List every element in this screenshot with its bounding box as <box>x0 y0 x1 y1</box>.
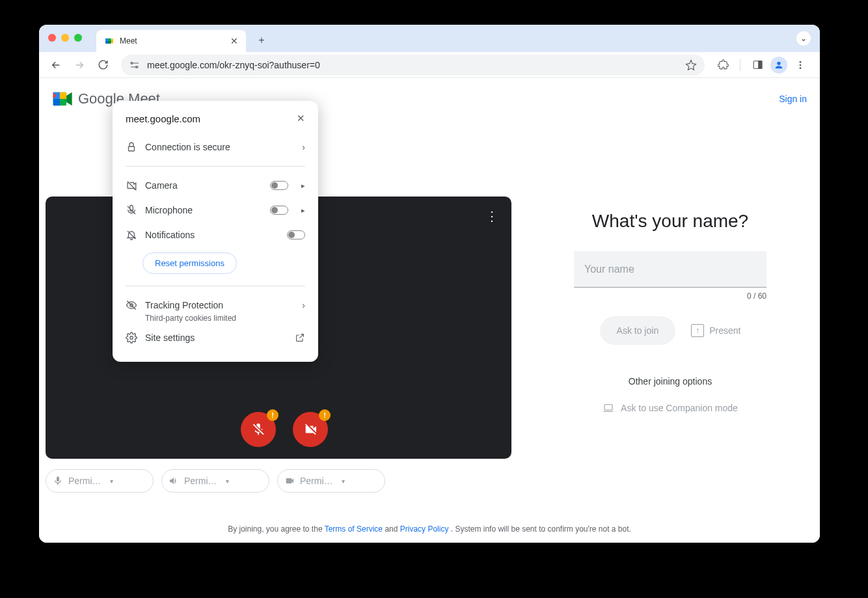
tab-title: Meet <box>120 36 225 46</box>
site-settings-row[interactable]: Site settings <box>126 323 305 350</box>
perm-label: Notifications <box>145 230 195 240</box>
svg-rect-1 <box>105 38 108 41</box>
svg-point-14 <box>800 64 802 66</box>
chip-text: Permission needed <box>68 476 105 486</box>
name-prompt-title: What's your name? <box>521 211 820 232</box>
tabs-dropdown-icon[interactable]: ⌄ <box>796 31 811 46</box>
back-button[interactable] <box>46 55 66 75</box>
meet-favicon-icon <box>104 36 115 46</box>
ask-to-join-button[interactable]: Ask to join <box>600 316 676 345</box>
chevron-right-icon: › <box>302 142 305 152</box>
url-text: meet.google.com/okr-znyq-soi?authuser=0 <box>147 60 679 70</box>
popup-domain: meet.google.com <box>126 113 200 124</box>
camera-off-icon <box>303 422 318 437</box>
mic-icon <box>53 476 63 486</box>
chevron-right-icon: › <box>302 300 305 310</box>
side-panel-icon[interactable] <box>747 55 768 75</box>
notifications-permission-row[interactable]: Notifications <box>126 223 305 247</box>
legal-footer: By joining, you agree to the Terms of Se… <box>39 524 820 534</box>
privacy-link[interactable]: Privacy Policy <box>400 524 449 534</box>
microphone-toggle[interactable] <box>270 206 288 215</box>
svg-rect-18 <box>53 99 60 105</box>
camera-permission-row[interactable]: Camera ▸ <box>126 173 305 198</box>
browser-toolbar: meet.google.com/okr-znyq-soi?authuser=0 <box>39 52 820 78</box>
site-controls-icon[interactable] <box>129 59 141 71</box>
extensions-icon[interactable] <box>712 55 733 75</box>
tos-link[interactable]: Terms of Service <box>325 524 383 534</box>
mic-warning-badge: ! <box>267 409 278 421</box>
svg-rect-19 <box>60 92 66 99</box>
more-options-icon[interactable]: ⋮ <box>485 208 498 224</box>
omnibox[interactable]: meet.google.com/okr-znyq-soi?authuser=0 <box>121 55 705 75</box>
chevron-right-icon: ▸ <box>301 206 305 215</box>
svg-rect-2 <box>105 41 108 44</box>
tab-bar: Meet ✕ + ⌄ <box>39 25 820 52</box>
tracking-title: Tracking Protection <box>145 300 223 310</box>
menu-icon[interactable] <box>790 55 811 75</box>
notifications-toggle[interactable] <box>287 230 305 239</box>
popup-close-icon[interactable]: ✕ <box>297 113 305 124</box>
close-tab-icon[interactable]: ✕ <box>230 36 238 46</box>
chevron-down-icon: ▾ <box>226 478 262 485</box>
profile-avatar[interactable] <box>770 57 787 74</box>
svg-rect-11 <box>758 61 761 68</box>
present-label: Present <box>709 325 740 336</box>
chevron-down-icon: ▾ <box>342 478 378 485</box>
chevron-right-icon: ▸ <box>301 182 305 190</box>
forward-button <box>69 55 90 75</box>
reset-permissions-button[interactable]: Reset permissions <box>142 252 237 274</box>
present-button[interactable]: ↑ Present <box>691 324 740 337</box>
chip-text: Permission needed <box>184 476 221 486</box>
reload-button[interactable] <box>92 55 113 75</box>
svg-point-13 <box>800 61 802 63</box>
name-input[interactable] <box>574 251 766 288</box>
site-info-popup: meet.google.com ✕ Connection is secure ›… <box>113 101 318 362</box>
tracking-subtitle: Third-party cookies limited <box>145 314 305 323</box>
camera-permission-chip[interactable]: Permission needed ▾ <box>277 469 385 493</box>
mic-permission-chip[interactable]: Permission needed ▾ <box>46 469 154 493</box>
footer-text: . System info will be sent to confirm yo… <box>451 524 631 534</box>
svg-rect-20 <box>604 405 612 410</box>
close-window-icon[interactable] <box>48 34 56 42</box>
svg-rect-21 <box>129 146 135 151</box>
mic-off-icon <box>251 422 265 437</box>
mute-mic-button[interactable]: ! <box>241 412 276 447</box>
speaker-icon <box>169 476 179 486</box>
chevron-down-icon: ▾ <box>110 478 146 485</box>
window-controls[interactable] <box>48 34 82 42</box>
minimize-window-icon[interactable] <box>61 34 69 42</box>
new-tab-button[interactable]: + <box>252 31 271 49</box>
external-link-icon <box>295 333 305 343</box>
browser-window: Meet ✕ + ⌄ meet.google.com/okr-znyq-soi?… <box>39 25 820 543</box>
present-icon: ↑ <box>691 324 704 337</box>
speaker-permission-chip[interactable]: Permission needed ▾ <box>161 469 269 493</box>
name-counter: 0 / 60 <box>574 292 766 301</box>
laptop-icon <box>603 402 614 414</box>
companion-mode-button[interactable]: Ask to use Companion mode <box>521 402 820 414</box>
camera-button[interactable]: ! <box>293 412 328 447</box>
camera-toggle[interactable] <box>270 181 288 190</box>
eye-off-icon <box>126 299 137 311</box>
meet-logo-icon <box>52 90 74 108</box>
bell-off-icon <box>126 229 137 241</box>
bookmark-star-icon[interactable] <box>685 59 697 71</box>
footer-text: and <box>385 524 400 534</box>
svg-point-12 <box>777 61 780 64</box>
chip-text: Permission needed <box>300 476 336 486</box>
page-content: Google Meet Sign in ⋮ ! ! <box>39 78 820 543</box>
camera-off-icon <box>126 180 137 191</box>
other-options-heading: Other joining options <box>521 376 820 387</box>
mic-off-icon <box>126 204 137 216</box>
svg-rect-4 <box>108 41 111 44</box>
site-settings-text: Site settings <box>145 333 195 343</box>
maximize-window-icon[interactable] <box>74 34 82 42</box>
gear-icon <box>126 332 137 344</box>
microphone-permission-row[interactable]: Microphone ▸ <box>126 198 305 223</box>
camera-warning-badge: ! <box>319 409 331 421</box>
browser-tab[interactable]: Meet ✕ <box>96 30 246 52</box>
connection-secure-row[interactable]: Connection is secure › <box>126 135 305 159</box>
lock-icon <box>126 141 137 153</box>
companion-label: Ask to use Companion mode <box>621 403 738 413</box>
sign-in-link[interactable]: Sign in <box>779 94 807 104</box>
footer-text: By joining, you agree to the <box>228 524 325 534</box>
